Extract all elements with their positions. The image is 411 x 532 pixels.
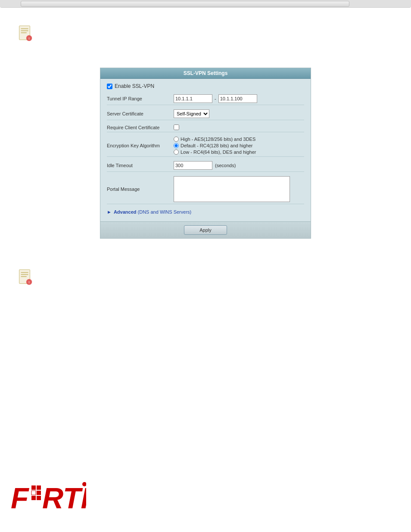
svg-rect-13 <box>31 485 36 490</box>
encryption-radio-group: High - AES(128/256 bits) and 3DES Defaul… <box>174 137 256 155</box>
tunnel-ip-end-input[interactable] <box>218 94 257 103</box>
idle-timeout-input[interactable] <box>174 161 212 170</box>
enable-ssl-vpn-checkbox[interactable] <box>107 84 112 89</box>
encryption-low-label: Low - RC4(64 bits), DES and higher <box>181 149 256 155</box>
encryption-low-row: Low - RC4(64 bits), DES and higher <box>174 149 256 155</box>
tunnel-ip-label: Tunnel IP Range <box>107 96 174 101</box>
encryption-high-label: High - AES(128/256 bits) and 3DES <box>181 137 255 142</box>
server-cert-select[interactable]: Self-Signed <box>174 109 209 118</box>
advanced-label: Advanced <box>114 209 137 215</box>
enable-ssl-vpn-label: Enable SSL-VPN <box>115 83 154 89</box>
advanced-detail: (DNS and WINS Servers) <box>138 209 192 215</box>
tunnel-ip-start-input[interactable] <box>174 94 212 103</box>
svg-rect-15 <box>31 491 36 495</box>
fortinet-logo-area: F RTINET <box>9 479 86 515</box>
tunnel-ip-separator: - <box>215 96 216 101</box>
advanced-row[interactable]: ► Advanced (DNS and WINS Servers) <box>107 207 304 217</box>
encryption-high-row: High - AES(128/256 bits) and 3DES <box>174 137 256 142</box>
svg-rect-2 <box>21 30 28 31</box>
note-icon-1: ! <box>17 25 34 44</box>
svg-rect-3 <box>21 32 27 33</box>
svg-rect-16 <box>37 491 41 495</box>
idle-timeout-row: Idle Timeout (seconds) <box>107 159 304 172</box>
idle-timeout-value: (seconds) <box>174 161 304 170</box>
tunnel-ip-value: - <box>174 94 304 103</box>
ssl-vpn-title: SSL-VPN Settings <box>100 68 311 79</box>
encryption-value: High - AES(128/256 bits) and 3DES Defaul… <box>174 137 304 155</box>
portal-message-textarea[interactable] <box>174 176 290 202</box>
note-block-2: ! <box>17 269 394 288</box>
encryption-default-label: Default - RC4(128 bits) and higher <box>181 143 253 148</box>
require-client-cert-checkbox[interactable] <box>174 124 179 130</box>
encryption-low-radio[interactable] <box>174 149 179 155</box>
encryption-high-radio[interactable] <box>174 137 179 142</box>
svg-rect-9 <box>21 276 27 277</box>
scrollbar-thumb[interactable] <box>21 1 349 7</box>
svg-rect-14 <box>37 485 41 490</box>
page-content: ! SSL-VPN Settings Enable SSL-VPN Tunnel… <box>0 8 411 305</box>
server-cert-label: Server Certificate <box>107 111 174 116</box>
svg-text:RTINET: RTINET <box>42 482 86 513</box>
note-block-1: ! <box>17 25 394 44</box>
ssl-vpn-title-text: SSL-VPN Settings <box>184 70 228 76</box>
enable-ssl-vpn-row: Enable SSL-VPN <box>107 83 304 89</box>
require-client-cert-value <box>174 124 304 130</box>
tunnel-ip-row: Tunnel IP Range - <box>107 93 304 105</box>
portal-message-value <box>174 176 304 202</box>
fortinet-logo-svg: F RTINET <box>9 479 86 513</box>
svg-rect-18 <box>37 496 41 500</box>
idle-timeout-label: Idle Timeout <box>107 163 174 168</box>
top-bar <box>0 0 411 8</box>
require-client-cert-row: Require Client Certificate <box>107 123 304 132</box>
apply-button[interactable]: Apply <box>184 225 227 235</box>
encryption-default-row: Default - RC4(128 bits) and higher <box>174 143 256 148</box>
server-cert-value: Self-Signed <box>174 109 304 118</box>
svg-text:!: ! <box>28 280 30 284</box>
svg-rect-17 <box>31 496 36 500</box>
ssl-vpn-body: Enable SSL-VPN Tunnel IP Range - Server … <box>100 79 311 221</box>
encryption-label: Encryption Key Algorithm <box>107 143 174 148</box>
portal-message-label: Portal Message <box>107 187 174 192</box>
svg-text:!: ! <box>28 37 30 40</box>
svg-rect-7 <box>21 272 28 273</box>
advanced-arrow-icon: ► <box>107 209 112 215</box>
note-icon-2: ! <box>17 269 34 288</box>
advanced-link[interactable]: Advanced (DNS and WINS Servers) <box>114 209 191 215</box>
server-cert-row: Server Certificate Self-Signed <box>107 108 304 120</box>
portal-message-row: Portal Message <box>107 174 304 204</box>
svg-rect-1 <box>21 28 28 29</box>
apply-bar: Apply <box>100 221 311 238</box>
svg-rect-8 <box>21 274 28 275</box>
encryption-default-radio[interactable] <box>174 143 179 148</box>
idle-timeout-unit: (seconds) <box>215 163 236 168</box>
encryption-row: Encryption Key Algorithm High - AES(128/… <box>107 135 304 157</box>
svg-text:F: F <box>11 482 29 513</box>
ssl-vpn-panel: SSL-VPN Settings Enable SSL-VPN Tunnel I… <box>100 68 311 239</box>
require-client-cert-label: Require Client Certificate <box>107 125 174 130</box>
